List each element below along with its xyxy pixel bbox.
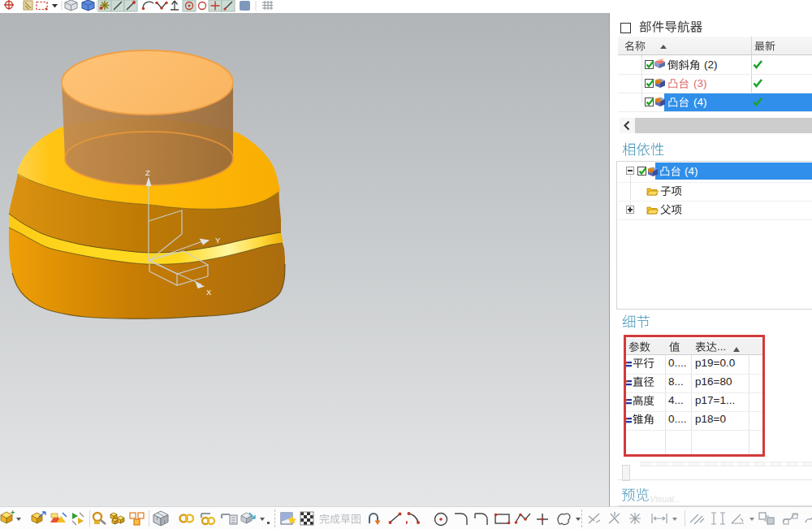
svg-text:X: X	[206, 288, 212, 297]
svg-text:Y: Y	[215, 236, 221, 245]
svg-text:Z: Z	[145, 168, 150, 177]
